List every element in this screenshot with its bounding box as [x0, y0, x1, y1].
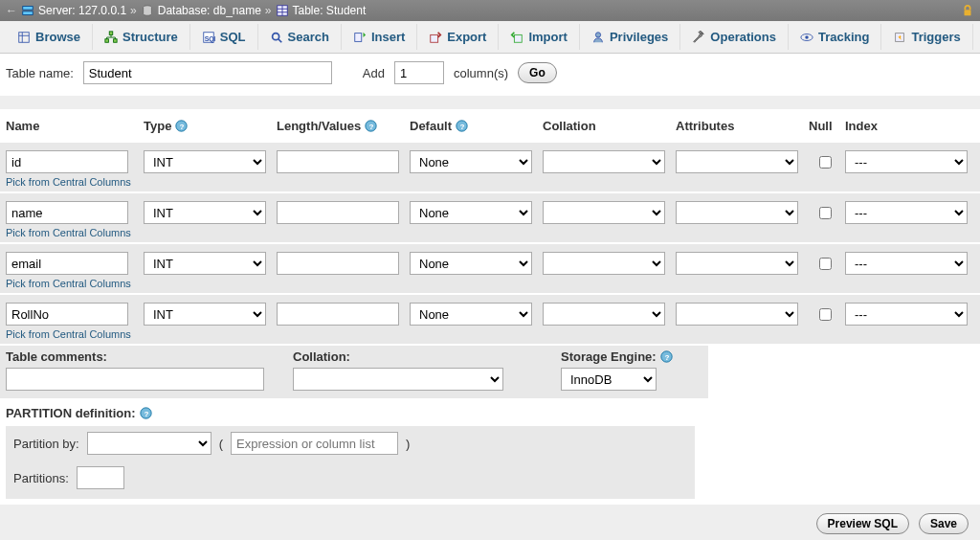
- column-row: INT None --- Pick from Central Columns: [0, 244, 980, 293]
- back-arrow-icon[interactable]: ←: [6, 4, 17, 17]
- column-null-checkbox[interactable]: [819, 156, 832, 169]
- svg-rect-12: [105, 38, 109, 42]
- separator: »: [130, 4, 137, 17]
- column-name-input[interactable]: [6, 150, 128, 173]
- column-null-checkbox[interactable]: [819, 207, 832, 219]
- tab-browse[interactable]: Browse: [6, 24, 93, 50]
- go-button[interactable]: Go: [518, 62, 557, 83]
- save-button[interactable]: Save: [919, 513, 969, 534]
- svg-text:?: ?: [460, 123, 465, 131]
- hdr-length: Length/Values ?: [277, 119, 406, 133]
- column-type-select[interactable]: INT: [144, 150, 266, 173]
- svg-point-23: [805, 35, 809, 39]
- table-comments-input[interactable]: [6, 368, 264, 391]
- tab-export[interactable]: Export: [417, 24, 499, 50]
- tab-label: Insert: [371, 30, 405, 44]
- tab-sql[interactable]: SQLSQL: [190, 24, 258, 50]
- pick-central-columns-link[interactable]: Pick from Central Columns: [6, 227, 974, 238]
- column-default-select[interactable]: None: [410, 201, 532, 224]
- browse-icon: [17, 31, 31, 44]
- column-length-input[interactable]: [277, 150, 399, 173]
- column-type-select[interactable]: INT: [144, 252, 266, 275]
- svg-rect-7: [965, 10, 971, 15]
- bottom-bar: Preview SQL Save: [0, 505, 980, 540]
- column-length-input[interactable]: [277, 303, 399, 326]
- export-icon: [429, 31, 442, 44]
- column-name-input[interactable]: [6, 303, 128, 326]
- tab-label: Import: [528, 30, 567, 44]
- lock-icon[interactable]: [961, 4, 974, 17]
- column-default-select[interactable]: None: [410, 303, 532, 326]
- help-icon[interactable]: ?: [456, 120, 468, 132]
- help-icon[interactable]: ?: [365, 120, 377, 132]
- breadcrumb-server[interactable]: Server: 127.0.0.1: [38, 4, 126, 17]
- preview-sql-button[interactable]: Preview SQL: [816, 513, 909, 534]
- privileges-icon: [591, 31, 605, 44]
- column-type-select[interactable]: INT: [144, 201, 266, 224]
- table-name-label: Table name:: [6, 66, 74, 80]
- partition-by-select[interactable]: [87, 432, 212, 455]
- column-attributes-select[interactable]: [676, 201, 798, 224]
- tab-label: Search: [288, 30, 329, 44]
- help-icon[interactable]: ?: [175, 120, 188, 132]
- column-length-input[interactable]: [277, 201, 399, 224]
- column-index-select[interactable]: ---: [845, 303, 968, 326]
- table-options: Table comments: Collation: Storage Engin…: [0, 346, 708, 398]
- breadcrumb-table[interactable]: Table: Student: [293, 4, 367, 17]
- partitions-count-input[interactable]: [77, 466, 124, 489]
- column-null-checkbox[interactable]: [819, 258, 832, 270]
- table-collation-select[interactable]: [293, 368, 503, 391]
- breadcrumb-database[interactable]: Database: db_name: [158, 4, 261, 17]
- tab-search[interactable]: Search: [258, 24, 342, 50]
- column-default-select[interactable]: None: [410, 252, 532, 275]
- svg-rect-11: [109, 31, 113, 34]
- pick-central-columns-link[interactable]: Pick from Central Columns: [6, 278, 974, 289]
- partition-by-label: Partition by:: [13, 437, 79, 451]
- tab-structure[interactable]: Structure: [93, 24, 190, 50]
- search-icon: [270, 31, 283, 44]
- table-name-input[interactable]: [83, 61, 332, 84]
- column-type-select[interactable]: INT: [144, 303, 266, 326]
- column-name-input[interactable]: [6, 252, 128, 275]
- svg-rect-20: [515, 34, 523, 42]
- tab-tracking[interactable]: Tracking: [789, 24, 881, 50]
- hdr-default: Default ?: [410, 119, 539, 133]
- help-icon[interactable]: ?: [660, 350, 673, 363]
- column-default-select[interactable]: None: [410, 150, 532, 173]
- triggers-icon: [893, 31, 906, 44]
- column-collation-select[interactable]: [543, 252, 665, 275]
- tab-import[interactable]: Import: [499, 24, 579, 50]
- svg-point-16: [272, 33, 278, 39]
- tab-triggers[interactable]: Triggers: [881, 24, 972, 50]
- tab-privileges[interactable]: Privileges: [580, 24, 680, 50]
- hdr-attributes: Attributes: [676, 119, 805, 133]
- column-attributes-select[interactable]: [676, 303, 798, 326]
- column-index-select[interactable]: ---: [845, 201, 968, 224]
- storage-engine-select[interactable]: InnoDB: [561, 368, 657, 391]
- tab-label: Export: [447, 30, 486, 44]
- pick-central-columns-link[interactable]: Pick from Central Columns: [6, 176, 974, 188]
- partition-title: PARTITION definition: ?: [0, 398, 980, 426]
- hdr-collation: Collation: [543, 119, 672, 133]
- tab-label: Browse: [35, 30, 80, 44]
- column-attributes-select[interactable]: [676, 150, 798, 173]
- pick-central-columns-link[interactable]: Pick from Central Columns: [6, 328, 974, 340]
- help-icon[interactable]: ?: [140, 407, 152, 419]
- tab-insert[interactable]: Insert: [342, 24, 417, 50]
- column-length-input[interactable]: [277, 252, 399, 275]
- tab-operations[interactable]: Operations: [680, 24, 789, 50]
- column-attributes-select[interactable]: [676, 252, 798, 275]
- add-count-input[interactable]: [394, 61, 444, 84]
- column-index-select[interactable]: ---: [845, 150, 968, 173]
- column-index-select[interactable]: ---: [845, 252, 968, 275]
- hdr-null: Null: [809, 119, 841, 133]
- column-collation-select[interactable]: [543, 303, 665, 326]
- column-name-input[interactable]: [6, 201, 128, 224]
- column-collation-select[interactable]: [543, 150, 665, 173]
- partition-expression-input[interactable]: [231, 432, 398, 455]
- column-null-checkbox[interactable]: [819, 308, 832, 321]
- column-collation-select[interactable]: [543, 201, 665, 224]
- svg-text:?: ?: [144, 410, 148, 418]
- hdr-index: Index: [845, 119, 979, 133]
- svg-rect-18: [355, 33, 362, 41]
